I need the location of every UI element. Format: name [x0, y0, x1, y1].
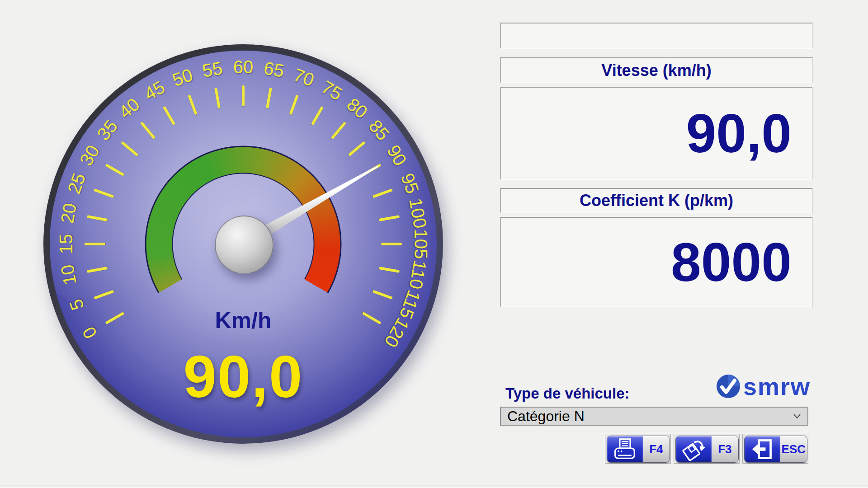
smrw-logo: smrw [716, 373, 813, 399]
gauge-hub [215, 216, 274, 274]
plate-field[interactable] [500, 23, 813, 49]
chevron-down-icon [793, 413, 801, 419]
dial-tick [242, 85, 245, 106]
dial-tick [85, 243, 105, 245]
exit-icon [745, 436, 780, 462]
printer-icon [607, 436, 643, 462]
save-media-button-key: F3 [712, 436, 738, 462]
dial-tick [381, 243, 402, 245]
exit-button[interactable]: ESC [742, 434, 808, 464]
coefficient-header: Coefficient K (p/km) [500, 188, 813, 213]
coefficient-value: 8000 [500, 217, 813, 307]
vehicle-type-selected: Catégorie N [507, 408, 585, 425]
smrw-logo-check-icon [716, 374, 741, 399]
app-window: 0510152025303540455055606570758085909510… [0, 0, 868, 488]
save-media-button[interactable]: F3 [674, 434, 740, 464]
save-media-icon [676, 436, 712, 462]
dial-tick-label: 65 [262, 58, 286, 81]
dial-tick-label: 60 [233, 57, 254, 77]
dial-tick-label: 105 [410, 229, 431, 259]
print-button[interactable]: F4 [605, 434, 671, 464]
speed-value: 90,0 [500, 87, 813, 180]
window-bottom-edge [0, 485, 868, 488]
dial-tick-label: 20 [57, 202, 80, 225]
dial-tick-label: 55 [201, 58, 224, 81]
vehicle-type-label: Type de véhicule: [505, 385, 629, 402]
vehicle-type-select[interactable]: Catégorie N [500, 407, 808, 426]
dial-tick-label: 15 [56, 234, 76, 254]
exit-button-key: ESC [780, 436, 807, 462]
speed-header: Vitesse (km/h) [500, 57, 813, 83]
smrw-logo-text: smrw [743, 374, 811, 399]
print-button-key: F4 [643, 436, 670, 462]
gauge-unit-label: Km/h [153, 307, 334, 333]
action-buttons: F4 F3 [605, 434, 808, 464]
dial-tick-label: 10 [57, 263, 80, 286]
gauge-value-text: 90,0 [108, 343, 379, 411]
